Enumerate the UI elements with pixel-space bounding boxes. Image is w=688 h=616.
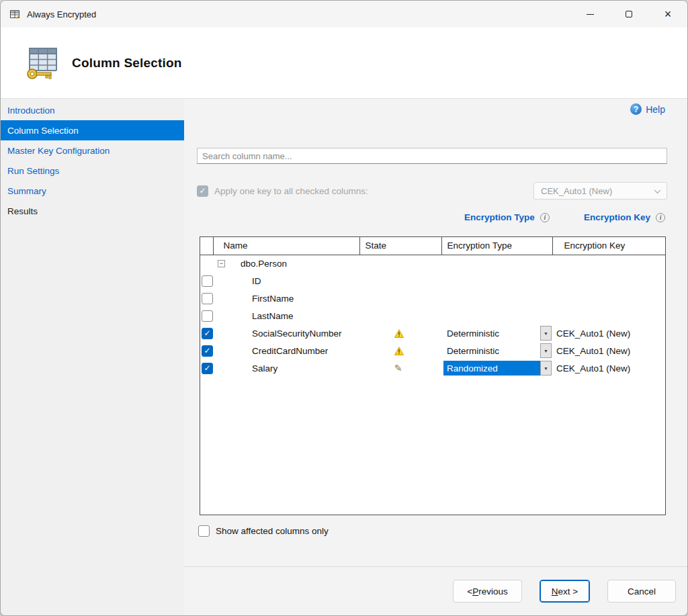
maximize-icon bbox=[626, 11, 632, 17]
table-row: ID bbox=[200, 272, 665, 290]
row-checkbox[interactable]: ✓ bbox=[202, 328, 213, 339]
row-checkbox[interactable] bbox=[202, 275, 213, 287]
search-input[interactable] bbox=[197, 148, 667, 164]
group-row: −dbo.Person bbox=[200, 255, 665, 272]
wizard-buttons: < Previous Next > Cancel bbox=[453, 580, 676, 603]
wizard-header: Column Selection bbox=[1, 28, 687, 99]
encryption-key-value bbox=[552, 307, 665, 324]
info-icon: i bbox=[656, 213, 665, 222]
column-header-encryption-type: Encryption Type bbox=[441, 237, 552, 255]
encryption-type-combobox[interactable]: Deterministic▼ bbox=[443, 343, 552, 358]
warning-icon bbox=[394, 347, 404, 355]
encryption-type-combobox[interactable]: Randomized▼ bbox=[443, 361, 552, 376]
page-title: Column Selection bbox=[72, 56, 182, 71]
sidebar-item-results[interactable]: Results bbox=[1, 201, 184, 221]
column-header-state: State bbox=[359, 237, 441, 255]
group-label: dbo.Person bbox=[241, 259, 287, 269]
row-checkbox[interactable]: ✓ bbox=[202, 345, 213, 357]
always-encrypted-window: Always Encrypted × Column Selecti bbox=[0, 0, 688, 616]
column-header-checkbox bbox=[200, 237, 213, 255]
column-name: Salary bbox=[213, 359, 359, 377]
cek-dropdown-value: CEK_Auto1 (New) bbox=[541, 186, 612, 196]
tree-collapse-icon[interactable]: − bbox=[218, 260, 225, 267]
help-label: Help bbox=[646, 104, 665, 115]
footer-divider bbox=[184, 566, 687, 567]
sidebar-item-introduction[interactable]: Introduction bbox=[1, 100, 184, 120]
chevron-down-icon[interactable]: ▼ bbox=[540, 343, 552, 358]
encryption-type-combobox[interactable]: Deterministic▼ bbox=[443, 326, 552, 341]
close-button[interactable]: × bbox=[648, 1, 687, 28]
maximize-button[interactable] bbox=[609, 1, 648, 28]
encryption-key-value bbox=[552, 290, 665, 307]
row-checkbox[interactable] bbox=[202, 293, 213, 304]
chevron-down-icon bbox=[654, 187, 661, 193]
encryption-key-value: CEK_Auto1 (New) bbox=[552, 359, 665, 377]
apply-key-row: ✓ Apply one key to all checked columns: … bbox=[197, 181, 667, 200]
column-header-name: Name bbox=[213, 237, 359, 255]
table-row: ✓CreditCardNumberDeterministic▼CEK_Auto1… bbox=[200, 342, 665, 359]
sidebar-item-summary[interactable]: Summary bbox=[1, 181, 184, 201]
column-name: SocialSecurityNumber bbox=[213, 324, 359, 342]
next-button[interactable]: Next > bbox=[540, 580, 590, 603]
cek-dropdown: CEK_Auto1 (New) bbox=[533, 182, 667, 200]
table-row: ✓SocialSecurityNumberDeterministic▼CEK_A… bbox=[200, 324, 665, 342]
previous-button[interactable]: < Previous bbox=[453, 580, 522, 603]
column-header-encryption-key: Encryption Key bbox=[552, 237, 665, 255]
info-icon: i bbox=[540, 213, 550, 222]
sidebar-item-column-selection[interactable]: Column Selection bbox=[1, 120, 184, 140]
encryption-key-link[interactable]: Encryption Key i bbox=[584, 212, 665, 222]
column-name: ID bbox=[213, 272, 359, 290]
chevron-down-icon[interactable]: ▼ bbox=[540, 361, 552, 376]
table-key-icon bbox=[24, 45, 60, 81]
cancel-button[interactable]: Cancel bbox=[607, 580, 676, 603]
column-table-body: −dbo.PersonIDFirstNameLastName✓SocialSec… bbox=[200, 255, 665, 377]
column-name: LastName bbox=[213, 307, 359, 324]
row-checkbox[interactable] bbox=[202, 310, 213, 322]
encryption-key-value: CEK_Auto1 (New) bbox=[552, 324, 665, 342]
table-row: LastName bbox=[200, 307, 665, 324]
column-name: FirstName bbox=[213, 290, 359, 307]
table-row: ✓Salary✎Randomized▼CEK_Auto1 (New) bbox=[200, 359, 665, 377]
show-affected-label: Show affected columns only bbox=[216, 526, 329, 536]
window-title: Always Encrypted bbox=[27, 9, 96, 19]
warning-icon bbox=[394, 329, 404, 338]
minimize-icon bbox=[587, 14, 594, 15]
encryption-key-value: CEK_Auto1 (New) bbox=[552, 342, 665, 359]
encryption-type-value: Deterministic bbox=[443, 343, 540, 358]
encryption-type-value: Deterministic bbox=[443, 326, 540, 341]
column-selection-page: ? Help ✓ Apply one key to all checked co… bbox=[184, 99, 687, 615]
app-icon bbox=[9, 9, 20, 19]
sidebar-item-master-key-configuration[interactable]: Master Key Configuration bbox=[1, 140, 184, 161]
close-icon: × bbox=[664, 8, 672, 20]
minimize-button[interactable] bbox=[570, 1, 609, 28]
show-affected-checkbox[interactable] bbox=[198, 525, 210, 537]
help-link[interactable]: ? Help bbox=[630, 103, 665, 115]
titlebar: Always Encrypted × bbox=[1, 1, 687, 28]
help-icon: ? bbox=[630, 103, 642, 115]
chevron-down-icon[interactable]: ▼ bbox=[540, 326, 552, 341]
apply-key-checkbox: ✓ bbox=[197, 185, 208, 197]
table-header-row: Name State Encryption Type Encryption Ke… bbox=[200, 237, 665, 255]
encryption-type-value: Randomized bbox=[443, 361, 540, 376]
column-name: CreditCardNumber bbox=[213, 342, 359, 359]
encryption-type-link[interactable]: Encryption Type i bbox=[464, 212, 550, 222]
sidebar-item-run-settings[interactable]: Run Settings bbox=[1, 161, 184, 181]
pencil-icon: ✎ bbox=[394, 363, 402, 373]
wizard-steps-sidebar: Introduction Column Selection Master Key… bbox=[1, 99, 184, 615]
table-row: FirstName bbox=[200, 290, 665, 307]
encryption-key-value bbox=[552, 272, 665, 290]
show-affected-columns-toggle[interactable]: Show affected columns only bbox=[198, 525, 329, 537]
row-checkbox[interactable]: ✓ bbox=[202, 363, 213, 374]
columns-table: Name State Encryption Type Encryption Ke… bbox=[200, 236, 666, 515]
apply-key-label: Apply one key to all checked columns: bbox=[214, 186, 368, 196]
